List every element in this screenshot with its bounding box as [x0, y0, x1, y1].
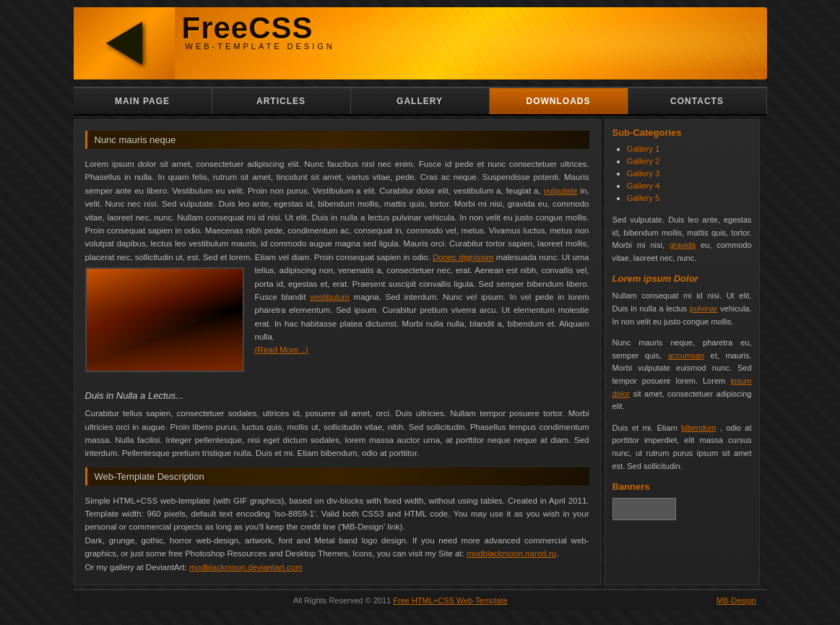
footer-copyright: All Rights Reserved © 2011: [293, 596, 391, 605]
article1-link-donec[interactable]: Donec dignissim: [433, 253, 493, 262]
gallery-link-4: Gallery 4: [627, 181, 752, 191]
nav-gallery[interactable]: Gallery: [351, 88, 490, 114]
sidebar-lorem2: Nunc mauris neque, pharetra eu, semper q…: [612, 337, 752, 413]
footer-link[interactable]: Free HTML+CSS Web-Template: [393, 596, 507, 605]
desc-text3: Or my gallery at DeviantArt:: [85, 563, 187, 572]
gallery-link-2-anchor[interactable]: Gallery 2: [627, 157, 660, 165]
lorem-heading: Lorem ipsum Dolor: [612, 273, 752, 284]
header: FreeCSS Web-Template Design: [74, 0, 767, 87]
sidebar-link-gravida[interactable]: gravida: [670, 241, 696, 249]
footer-text: All Rights Reserved © 2011 Free HTML+CSS…: [85, 596, 717, 605]
nav-contacts[interactable]: Contacts: [628, 88, 767, 114]
article1-image-inner: [87, 269, 243, 371]
sidebar-lorem3: Duis et mi. Etiam bibendum , odio at por…: [612, 422, 752, 473]
gallery-link-2: Gallery 2: [627, 156, 752, 166]
article2-body: Curabitur tellus sapien, consectetuer so…: [85, 407, 589, 460]
nav-articles[interactable]: Articles: [212, 88, 351, 114]
gallery-link-1: Gallery 1: [627, 144, 752, 154]
gallery-link-5-anchor[interactable]: Gallery 5: [627, 194, 660, 202]
gallery-link-3: Gallery 3: [627, 168, 752, 178]
desc-link-site[interactable]: modblackmoon.narod.ru: [467, 549, 556, 558]
gallery-link-3-anchor[interactable]: Gallery 3: [627, 169, 660, 178]
banners-heading: Banners: [612, 481, 752, 492]
desc-text1: Simple HTML+CSS web-template (with GIF g…: [85, 496, 589, 532]
article1-link-vestibulum[interactable]: vestibulum: [310, 293, 350, 301]
content-wrapper: Nunc mauris neque Lorem ipsum dolor sit …: [74, 119, 767, 585]
site-subtitle: Web-Template Design: [182, 42, 335, 51]
lorem-text2c: sit amet, consectetuer adipiscing elit.: [612, 389, 752, 411]
article1-link-vulputate[interactable]: vulputate: [544, 186, 578, 195]
footer: All Rights Reserved © 2011 Free HTML+CSS…: [74, 589, 767, 611]
subcategories-heading: Sub-Categories: [612, 127, 752, 138]
article1-text2: in, velit. Nunc nec nisi. Sed vulputate.…: [85, 186, 589, 262]
gallery-link-5: Gallery 5: [627, 193, 752, 203]
gallery-links: Gallery 1 Gallery 2 Gallery 3 Gallery 4 …: [612, 144, 752, 203]
sidebar-text1: Sed vulputate. Duis leo ante, egestas id…: [612, 214, 752, 264]
gallery-link-4-anchor[interactable]: Gallery 4: [627, 181, 660, 190]
footer-right-link[interactable]: MB-Design: [716, 596, 755, 605]
article1-heading: Nunc mauris neque: [85, 131, 589, 149]
site-title: FreeCSS: [182, 11, 335, 46]
description-body: Simple HTML+CSS web-template (with GIF g…: [85, 494, 589, 574]
lorem-text3a: Duis et mi. Etiam: [612, 423, 677, 432]
sidebar-lorem1: Nullam consequat mi id nisi. Ut elit. Du…: [612, 290, 752, 328]
sidebar-link-pulvinar[interactable]: pulvinar: [690, 304, 718, 313]
desc-link-deviant[interactable]: modblackmoon.deviantart.com: [189, 563, 303, 572]
article1-title: Nunc mauris neque: [95, 134, 176, 145]
nav-main-page[interactable]: Main Page: [74, 88, 212, 114]
article1-read-more[interactable]: (Read More...): [255, 345, 308, 354]
sidebar-link-bibendum[interactable]: bibendum: [681, 423, 716, 432]
sidebar: Sub-Categories Gallery 1 Gallery 2 Galle…: [605, 119, 760, 585]
article2-heading: Duis in Nulla a Lectus...: [85, 390, 589, 401]
logo-arrow: [74, 7, 175, 79]
sidebar-link-accumsan[interactable]: accumsan: [668, 351, 704, 360]
nav-downloads[interactable]: Downloads: [490, 88, 628, 114]
logo-text: FreeCSS Web-Template Design: [182, 11, 335, 51]
article1-body: Lorem ipsum dolor sit amet, consectetuer…: [85, 158, 589, 379]
article1-text1: Lorem ipsum dolor sit amet, consectetuer…: [85, 160, 589, 195]
arrow-left-icon: [106, 22, 142, 65]
description-heading: Web-Template Description: [85, 467, 589, 486]
article1-image: [85, 267, 244, 372]
gallery-link-1-anchor[interactable]: Gallery 1: [627, 145, 660, 153]
main-content: Nunc mauris neque Lorem ipsum dolor sit …: [74, 119, 601, 585]
banner-image: [612, 498, 676, 520]
navigation: Main Page Articles Gallery Downloads Con…: [74, 87, 767, 116]
description-title: Web-Template Description: [95, 471, 204, 482]
